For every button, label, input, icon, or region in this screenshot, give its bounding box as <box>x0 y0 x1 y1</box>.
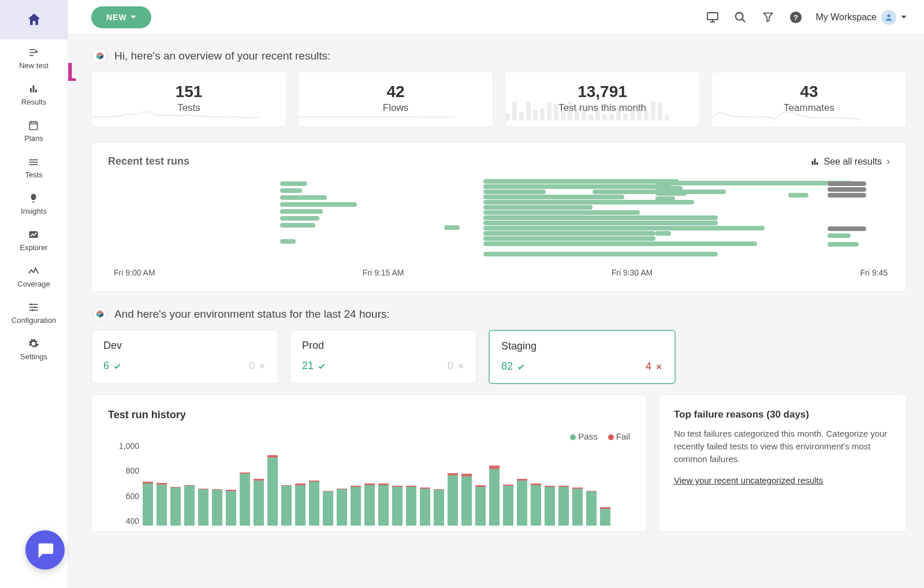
see-all-results[interactable]: See all results › <box>810 155 891 168</box>
bar-pass <box>503 486 513 526</box>
svg-rect-3 <box>30 88 32 93</box>
help-icon[interactable]: ? <box>788 9 804 25</box>
run-segment <box>483 215 718 220</box>
svg-rect-38 <box>616 107 621 121</box>
bar-pass <box>600 509 610 526</box>
content: 1 Hi, here's an overview of your recent … <box>68 35 924 532</box>
sidebar-item-explorer[interactable]: Explorer <box>12 221 56 258</box>
overview-headline-row: Hi, here's an overview of your recent re… <box>92 49 907 64</box>
legend-pass-dot <box>570 434 576 440</box>
check-icon <box>113 362 122 371</box>
ytick: 800 <box>110 466 139 475</box>
sidebar-item-new-test[interactable]: New test <box>12 39 56 76</box>
history-bar <box>558 486 569 526</box>
run-segment <box>280 216 319 221</box>
filter-icon[interactable] <box>760 9 776 25</box>
env-name: Dev <box>103 340 266 352</box>
svg-rect-39 <box>623 113 628 121</box>
history-bar <box>198 489 208 526</box>
desktop-icon[interactable] <box>705 9 721 25</box>
sidebar-item-tests[interactable]: Tests <box>12 148 56 185</box>
history-bar <box>157 483 167 526</box>
sidebar-item-insights[interactable]: Insights <box>12 185 56 221</box>
stat-card-tests[interactable]: 151Tests <box>91 72 286 127</box>
coverage-icon <box>27 265 40 277</box>
failures-link[interactable]: View your recent uncategorized results <box>674 475 823 485</box>
history-bar <box>267 455 278 526</box>
bar-pass <box>309 482 319 526</box>
sidebar-item-results[interactable]: Results <box>12 76 56 112</box>
run-segment <box>483 184 671 189</box>
axis-tick: Fri 9:45 <box>860 268 888 277</box>
caret-down-icon <box>131 16 136 18</box>
run-segment <box>483 241 757 246</box>
run-segment <box>483 226 765 230</box>
bar-pass <box>364 485 375 526</box>
svg-rect-36 <box>602 114 607 121</box>
stat-card-teammates[interactable]: 43Teammates <box>711 72 907 127</box>
stat-value: 43 <box>718 83 900 101</box>
cube-icon <box>92 49 107 64</box>
sidebar-item-plans[interactable]: Plans <box>12 112 56 148</box>
history-bar-chart: 1,000800600400 <box>143 445 630 526</box>
bar-pass <box>212 490 222 526</box>
bottom-row: Test run history Pass Fail 1,00080060040… <box>91 395 907 532</box>
svg-rect-1 <box>30 52 36 53</box>
history-bar <box>406 486 416 526</box>
svg-rect-7 <box>29 159 38 161</box>
chat-fab[interactable] <box>25 530 65 570</box>
run-segment <box>444 225 460 230</box>
sidebar-home[interactable] <box>0 0 68 39</box>
sidebar-item-coverage[interactable]: Coverage <box>12 258 56 294</box>
run-segment <box>483 195 624 199</box>
history-bar <box>600 507 610 526</box>
bar-pass <box>489 469 500 526</box>
sidebar-item-label: Settings <box>20 352 47 361</box>
run-segment <box>280 188 302 193</box>
svg-rect-31 <box>568 102 572 121</box>
run-segment <box>655 231 671 236</box>
svg-rect-37 <box>609 114 614 121</box>
annotation-marker: 1 <box>68 58 76 87</box>
run-segment <box>280 195 327 200</box>
stat-card-flows[interactable]: 42Flows <box>298 72 493 127</box>
stat-card-test-runs-this-month[interactable]: 13,791Test runs this month <box>505 72 700 127</box>
history-bar <box>531 483 541 526</box>
svg-rect-8 <box>29 162 38 163</box>
run-segment <box>483 189 546 194</box>
sidebar-item-label: Configuration <box>12 316 56 325</box>
new-button-label: NEW <box>106 13 127 22</box>
svg-rect-33 <box>582 105 586 121</box>
workspace-switcher[interactable]: My Workspace <box>815 10 907 25</box>
run-segment <box>280 223 315 228</box>
home-icon <box>26 12 42 28</box>
stat-value: 42 <box>304 83 487 101</box>
ytick: 1,000 <box>110 441 139 451</box>
env-headline: And here's your environment status for t… <box>114 308 390 321</box>
sidebar-item-configuration[interactable]: Configuration <box>12 294 56 330</box>
env-card-staging[interactable]: Staging 82 4 <box>489 330 676 384</box>
history-bar <box>254 479 264 526</box>
env-card-prod[interactable]: Prod 21 0 <box>290 330 477 384</box>
search-icon[interactable] <box>732 9 748 25</box>
svg-rect-6 <box>30 122 38 129</box>
main: NEW ? My Workspace 1 Hi, here's an overv… <box>68 0 924 588</box>
legend-fail-dot <box>608 434 614 440</box>
history-bar <box>351 486 361 526</box>
ytick: 400 <box>110 516 139 526</box>
run-segment <box>280 181 307 186</box>
history-bar <box>281 485 292 526</box>
cube-icon <box>92 307 107 322</box>
env-card-dev[interactable]: Dev 6 0 <box>91 330 278 384</box>
svg-rect-2 <box>30 55 34 56</box>
tests-icon <box>27 155 40 168</box>
check-icon <box>516 362 526 371</box>
svg-rect-27 <box>540 108 545 121</box>
env-name: Staging <box>501 340 663 352</box>
new-button[interactable]: NEW <box>91 6 151 28</box>
history-bar <box>170 487 181 526</box>
bar-pass <box>586 492 597 526</box>
run-segment <box>655 186 683 191</box>
sidebar-item-settings[interactable]: Settings <box>12 330 56 367</box>
run-segment <box>483 221 718 225</box>
